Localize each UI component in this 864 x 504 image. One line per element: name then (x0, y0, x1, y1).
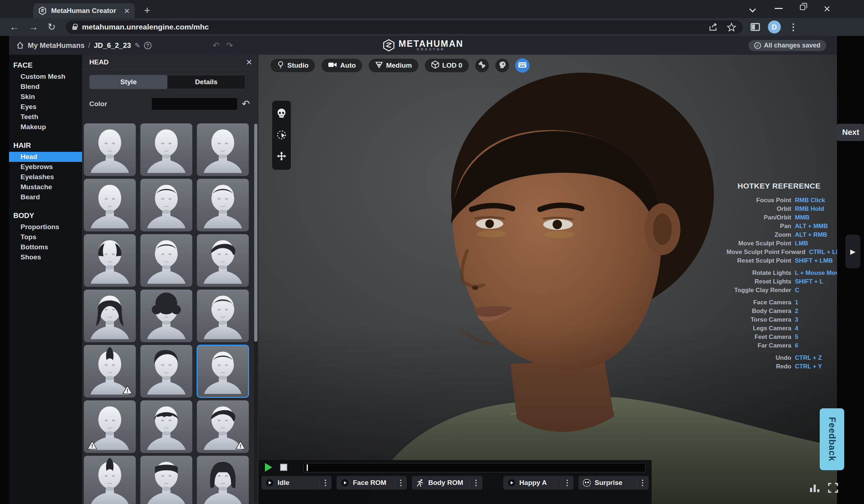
tab-close-icon[interactable]: × (124, 6, 130, 15)
color-reset-icon[interactable]: ↶ (242, 98, 250, 110)
clip-menu-icon[interactable]: ⋮ (561, 478, 573, 487)
play-button[interactable] (265, 463, 272, 472)
panel-close-icon[interactable]: × (246, 56, 252, 68)
stop-button[interactable] (280, 464, 287, 471)
hair-thumbnail-bald[interactable] (197, 123, 249, 176)
studio-button[interactable]: Studio (270, 58, 315, 73)
clip-menu-icon[interactable]: ⋮ (395, 478, 407, 487)
keyboard-tool-button[interactable] (515, 58, 530, 73)
hair-thumbnail-bald[interactable] (84, 178, 136, 232)
window-minimize-button[interactable] (775, 8, 783, 9)
timeline-scrubber[interactable] (303, 463, 645, 472)
hair-thumbnail-buzz[interactable] (197, 289, 249, 342)
window-restore-button[interactable] (800, 5, 805, 10)
hair-thumbnail-flat[interactable] (140, 455, 193, 504)
undo-icon[interactable]: ↶ (213, 41, 220, 50)
help-icon[interactable]: ? (144, 42, 152, 49)
sidebar-item-shoes[interactable]: Shoes (9, 252, 82, 262)
url-text[interactable]: metahuman.unrealengine.com/mhc (82, 23, 704, 31)
clip-happy-a[interactable]: Happy A⋮ (503, 476, 573, 490)
medium-button[interactable]: Medium (368, 58, 419, 73)
clip-menu-icon[interactable]: ⋮ (636, 478, 649, 487)
redo-icon[interactable]: ↷ (226, 41, 233, 50)
back-button[interactable]: ← (9, 22, 19, 33)
sidebar-item-bottoms[interactable]: Bottoms (9, 242, 82, 252)
hair-thumbnail-bald[interactable] (140, 123, 193, 176)
panel-tabs: Style Details (89, 75, 246, 89)
profile-avatar[interactable]: D (768, 21, 781, 33)
fullscreen-icon[interactable] (828, 483, 838, 493)
hotkey-label: Redo (726, 363, 795, 370)
viewport-3d[interactable]: StudioAutoMediumLOD 0 HOTKEY REFERENCE F… (258, 55, 837, 504)
color-swatch[interactable] (151, 97, 238, 110)
clip-menu-icon[interactable]: ⋮ (319, 478, 332, 487)
skull-tool[interactable] (276, 108, 287, 120)
address-bar[interactable]: metahuman.unrealengine.com/mhc (66, 21, 743, 34)
headcam-tool-button[interactable] (495, 58, 509, 73)
hair-thumbnail-bob[interactable] (197, 455, 249, 504)
bone-tool-button[interactable] (475, 58, 489, 73)
sidebar-item-skin[interactable]: Skin (9, 92, 82, 102)
playhead[interactable] (307, 464, 308, 471)
forward-button[interactable]: → (28, 22, 38, 33)
expand-panel-toggle[interactable]: ▶ (845, 235, 860, 268)
stats-icon[interactable] (809, 483, 820, 493)
hair-thumbnail-mohawk[interactable] (84, 455, 136, 504)
share-icon[interactable] (709, 23, 718, 31)
lod-0-button[interactable]: LOD 0 (424, 58, 469, 73)
rename-pencil-icon[interactable]: ✎ (135, 41, 140, 50)
hair-thumbnail-swept[interactable]: ! (197, 400, 249, 453)
hair-thumbnail-long[interactable] (84, 289, 136, 342)
browser-tab[interactable]: MetaHuman Creator × (33, 3, 135, 18)
hair-thumbnail-crop[interactable] (140, 178, 193, 232)
next-button[interactable]: Next (836, 124, 864, 141)
sidebar-item-head[interactable]: Head (9, 152, 82, 162)
clip-idle[interactable]: Idle⋮ (261, 476, 332, 490)
new-tab-button[interactable]: + (144, 4, 150, 17)
auto-button[interactable]: Auto (321, 58, 363, 73)
home-icon[interactable] (16, 41, 24, 49)
sidebar-item-beard[interactable]: Beard (9, 192, 82, 202)
hair-thumbnail-receding[interactable] (84, 234, 136, 287)
reload-button[interactable]: ↻ (48, 21, 56, 33)
clip-surprise[interactable]: Surprise⋮ (579, 476, 649, 490)
hair-thumbnail-afro[interactable] (140, 289, 193, 342)
move-tool[interactable] (276, 151, 287, 163)
feedback-tab[interactable]: Feedback (820, 408, 844, 470)
hair-thumbnail-wavy[interactable] (140, 400, 193, 453)
clip-menu-icon[interactable]: ⋮ (470, 478, 482, 487)
bookmark-star-icon[interactable] (727, 23, 736, 32)
hair-thumbnail-crop[interactable] (140, 234, 193, 287)
sidebar-item-tops[interactable]: Tops (9, 232, 82, 242)
breadcrumb-current[interactable]: JD_6_2_23 (94, 41, 131, 50)
sidebar-item-makeup[interactable]: Makeup (9, 122, 82, 132)
hair-thumbnail-bald[interactable]: ! (84, 400, 136, 453)
clip-face-rom[interactable]: Face ROM⋮ (337, 476, 407, 490)
grid-scrollbar[interactable] (254, 124, 257, 503)
sidebar-item-blend[interactable]: Blend (9, 82, 82, 92)
hair-thumbnail-bald[interactable] (84, 123, 136, 176)
sidebar-item-eyelashes[interactable]: Eyelashes (9, 172, 82, 182)
hair-thumbnail-crop[interactable] (197, 345, 249, 398)
hair-thumbnail-crop[interactable] (197, 178, 249, 232)
hotkey-value: SHIFT + LMB (795, 257, 833, 264)
hair-thumbnail-quiff[interactable] (140, 345, 193, 398)
sidebar-item-mustache[interactable]: Mustache (9, 182, 82, 192)
hair-thumbnail-mohawk[interactable]: ! (84, 345, 136, 398)
browser-menu-icon[interactable]: ⋮ (789, 22, 798, 33)
side-panel-icon[interactable] (751, 23, 760, 31)
breadcrumb-root[interactable]: My MetaHumans (28, 41, 85, 50)
sidebar-item-eyebrows[interactable]: Eyebrows (9, 162, 82, 172)
window-close-button[interactable]: × (824, 2, 831, 15)
tab-details[interactable]: Details (167, 75, 245, 89)
sidebar-item-custom-mesh[interactable]: Custom Mesh (9, 72, 82, 82)
tab-search-chevron-icon[interactable] (750, 6, 755, 12)
sculpt-tool[interactable] (276, 130, 287, 142)
sidebar-item-eyes[interactable]: Eyes (9, 102, 82, 112)
scrollbar-thumb[interactable] (254, 124, 257, 342)
hair-thumbnail-swept[interactable] (197, 234, 249, 287)
tab-style[interactable]: Style (90, 75, 167, 89)
sidebar-item-proportions[interactable]: Proportions (9, 222, 82, 232)
clip-body-rom[interactable]: Body ROM⋮ (412, 476, 482, 490)
sidebar-item-teeth[interactable]: Teeth (9, 112, 82, 122)
